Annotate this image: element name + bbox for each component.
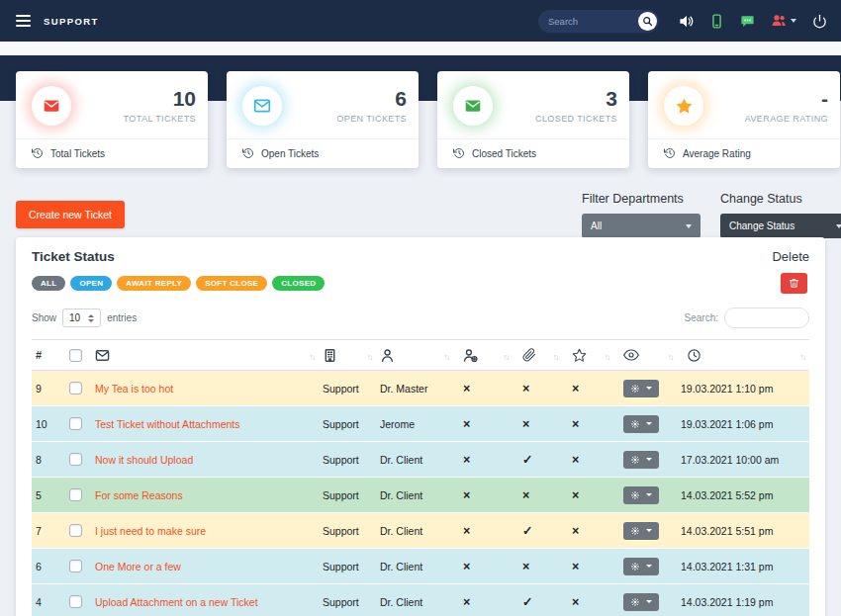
stepper-icon <box>88 314 94 322</box>
column-assigned[interactable] <box>453 340 513 371</box>
column-status[interactable] <box>613 340 677 371</box>
ticket-id: 9 <box>32 371 65 406</box>
user-menu[interactable] <box>771 13 796 29</box>
row-actions-button[interactable] <box>623 415 659 433</box>
change-status-group: Change Status Change Status <box>720 192 841 238</box>
status-badge[interactable]: AWAIT REPLY <box>117 276 191 291</box>
change-status-value: Change Status <box>729 220 794 231</box>
create-ticket-button[interactable]: Create new Ticket <box>16 201 125 228</box>
chevron-down-icon <box>646 600 652 603</box>
search-button[interactable] <box>638 12 657 31</box>
ticket-subject-link[interactable]: Test Ticket without Attachments <box>95 418 239 430</box>
ticket-subject-link[interactable]: My Tea is too hot <box>95 383 173 395</box>
row-actions-button[interactable] <box>623 380 659 397</box>
entries-label: entries <box>107 312 137 323</box>
status-badge[interactable]: ALL <box>32 276 65 291</box>
row-actions-button[interactable] <box>623 593 659 611</box>
rating-mark: × <box>562 406 613 442</box>
row-actions-button[interactable] <box>623 558 659 575</box>
column-id[interactable]: # <box>32 340 65 371</box>
search-box <box>538 10 659 33</box>
stat-card-closed-tickets: 3 CLOSED TICKETS Closed Tickets <box>437 71 629 168</box>
column-department[interactable] <box>319 340 376 371</box>
ticket-department: Support <box>319 478 376 513</box>
row-checkbox[interactable] <box>69 382 82 395</box>
stat-footer-label: Total Tickets <box>50 148 105 159</box>
row-checkbox[interactable] <box>69 488 82 501</box>
users-icon <box>771 13 787 29</box>
header-gap <box>0 42 841 55</box>
ticket-table-body: 9 My Tea is too hot Support Dr. Master ×… <box>32 371 809 616</box>
ticket-subject-link[interactable]: Upload Attachment on a new Ticket <box>95 596 258 608</box>
status-badge[interactable]: SOFT CLOSE <box>196 276 267 291</box>
sort-icon <box>310 346 316 364</box>
column-subject[interactable] <box>91 340 319 371</box>
column-rating[interactable] <box>562 340 613 371</box>
gear-icon <box>630 490 640 500</box>
ticket-subject-link[interactable]: One More or a few <box>95 561 181 572</box>
change-status-label: Change Status <box>720 192 841 206</box>
assigned-mark: × <box>453 406 513 442</box>
mobile-phone-icon[interactable] <box>709 14 724 29</box>
assigned-mark: × <box>453 442 513 478</box>
status-badge[interactable]: CLOSED <box>272 276 325 291</box>
stat-value: 10 <box>124 88 196 110</box>
row-checkbox[interactable] <box>69 595 82 608</box>
column-attachment[interactable] <box>513 340 562 371</box>
ticket-agent: Jerome <box>376 406 453 442</box>
column-select[interactable] <box>65 340 91 371</box>
ticket-subject-link[interactable]: For some Reasons <box>95 489 183 501</box>
stat-card-total-tickets: 10 TOTAL TICKETS Total Tickets <box>16 71 208 168</box>
ticket-subject-link[interactable]: Now it should Upload <box>95 454 193 466</box>
ticket-subject-link[interactable]: I just need to make sure <box>95 525 206 537</box>
row-actions-button[interactable] <box>623 486 659 504</box>
select-all-checkbox[interactable] <box>69 349 82 362</box>
row-checkbox[interactable] <box>69 417 82 430</box>
chevron-down-icon <box>646 422 652 425</box>
total-tickets-link[interactable]: Total Tickets <box>16 138 208 168</box>
menu-icon[interactable] <box>14 13 33 29</box>
stat-value: 6 <box>336 88 407 110</box>
chat-icon[interactable] <box>740 14 755 29</box>
change-status-select[interactable]: Change Status <box>720 214 841 238</box>
row-checkbox[interactable] <box>69 524 82 537</box>
total-tickets-envelope-icon <box>32 86 71 126</box>
stat-card-average-rating: - AVERAGE RATING Average Rating <box>648 71 840 168</box>
filter-departments-label: Filter Departments <box>582 192 701 206</box>
row-actions-button[interactable] <box>623 522 659 540</box>
ticket-agent: Dr. Client <box>376 478 453 513</box>
power-icon[interactable] <box>812 14 827 29</box>
attachment-mark: × <box>513 478 562 513</box>
filter-departments-select[interactable]: All <box>582 214 701 238</box>
search-input[interactable] <box>548 16 638 27</box>
column-date[interactable] <box>677 340 809 371</box>
volume-icon[interactable] <box>679 14 694 29</box>
assigned-mark: × <box>453 371 513 406</box>
gear-icon <box>630 597 640 607</box>
stat-value: - <box>745 88 828 110</box>
average-rating-link[interactable]: Average Rating <box>648 138 840 168</box>
ticket-department: Support <box>319 584 376 616</box>
sort-icon <box>367 346 373 364</box>
open-tickets-link[interactable]: Open Tickets <box>227 138 419 168</box>
row-checkbox[interactable] <box>69 560 82 572</box>
row-checkbox[interactable] <box>69 453 82 466</box>
rating-mark: × <box>562 371 613 406</box>
status-badge[interactable]: OPEN <box>70 276 112 291</box>
row-actions-button[interactable] <box>623 451 659 469</box>
table-search-input[interactable] <box>724 308 809 328</box>
entries-select[interactable]: 10 <box>62 308 101 327</box>
closed-tickets-envelope-icon <box>453 86 493 126</box>
sort-icon <box>553 346 559 364</box>
stat-footer-label: Closed Tickets <box>472 148 536 159</box>
ticket-agent: Dr. Client <box>376 549 453 584</box>
ticket-department: Support <box>319 513 376 549</box>
column-agent[interactable] <box>376 340 453 371</box>
chevron-down-icon <box>686 224 692 228</box>
ticket-id: 7 <box>32 513 65 549</box>
ticket-department: Support <box>319 442 376 478</box>
average-rating-star-icon <box>664 86 703 126</box>
delete-label: Delete <box>772 249 809 264</box>
closed-tickets-link[interactable]: Closed Tickets <box>437 138 629 168</box>
delete-button[interactable] <box>781 273 807 294</box>
